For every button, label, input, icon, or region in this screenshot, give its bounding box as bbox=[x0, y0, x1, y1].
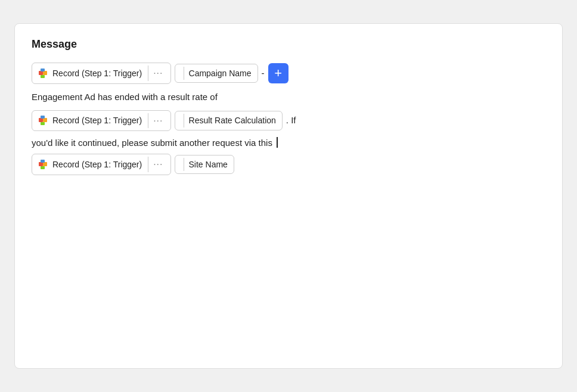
svg-rect-11 bbox=[41, 166, 45, 169]
campaign-name-token[interactable]: Campaign Name bbox=[175, 64, 258, 83]
svg-rect-5 bbox=[43, 118, 47, 122]
line4-text: you'd like it continued, please submit a… bbox=[32, 138, 272, 148]
svg-rect-3 bbox=[41, 75, 45, 78]
separator-1: - bbox=[262, 66, 265, 80]
record-token-3[interactable]: Record (Step 1: Trigger) ··· bbox=[32, 154, 171, 175]
record-token-2-label: Record (Step 1: Trigger) bbox=[52, 114, 142, 127]
campaign-name-label: Campaign Name bbox=[184, 67, 252, 80]
message-line-1: Record (Step 1: Trigger) ··· Campaign Na… bbox=[32, 63, 545, 84]
record-icon-2 bbox=[38, 115, 49, 126]
record-token-2[interactable]: Record (Step 1: Trigger) ··· bbox=[32, 110, 171, 132]
svg-rect-0 bbox=[39, 71, 43, 75]
result-rate-label: Result Rate Calculation bbox=[184, 114, 276, 127]
svg-rect-2 bbox=[41, 69, 45, 71]
svg-rect-10 bbox=[41, 160, 45, 163]
panel-title: Message bbox=[32, 38, 545, 51]
add-icon: + bbox=[274, 67, 282, 80]
svg-rect-7 bbox=[41, 122, 45, 125]
add-button[interactable]: + bbox=[268, 63, 288, 83]
message-line-2: Engagement Ad has ended with a result ra… bbox=[32, 90, 545, 104]
record-token-1[interactable]: Record (Step 1: Trigger) ··· bbox=[32, 63, 171, 84]
message-line-5: Record (Step 1: Trigger) ··· Site Name bbox=[32, 154, 545, 175]
record-token-1-label: Record (Step 1: Trigger) bbox=[52, 67, 142, 80]
result-rate-token[interactable]: Result Rate Calculation bbox=[175, 111, 283, 130]
token-dots-3[interactable]: ··· bbox=[148, 157, 164, 172]
svg-rect-4 bbox=[39, 118, 43, 122]
separator-3: . If bbox=[286, 113, 296, 127]
record-token-3-label: Record (Step 1: Trigger) bbox=[52, 158, 142, 171]
message-panel: Message Record (Step 1: Trigger) ··· Cam… bbox=[14, 23, 563, 369]
token-dots-1[interactable]: ··· bbox=[148, 66, 164, 81]
svg-rect-9 bbox=[43, 162, 47, 166]
record-icon-1 bbox=[38, 68, 49, 79]
site-name-token[interactable]: Site Name bbox=[175, 155, 234, 174]
message-line-3: Record (Step 1: Trigger) ··· Result Rate… bbox=[32, 110, 545, 132]
svg-rect-8 bbox=[39, 162, 43, 166]
site-name-label: Site Name bbox=[184, 158, 228, 171]
svg-rect-1 bbox=[43, 71, 47, 75]
svg-rect-6 bbox=[41, 116, 45, 119]
token-dots-2[interactable]: ··· bbox=[148, 113, 164, 129]
line2-text: Engagement Ad has ended with a result ra… bbox=[32, 90, 218, 104]
message-line-4: you'd like it continued, please submit a… bbox=[32, 137, 545, 148]
text-cursor bbox=[277, 137, 278, 148]
record-icon-3 bbox=[38, 159, 49, 170]
